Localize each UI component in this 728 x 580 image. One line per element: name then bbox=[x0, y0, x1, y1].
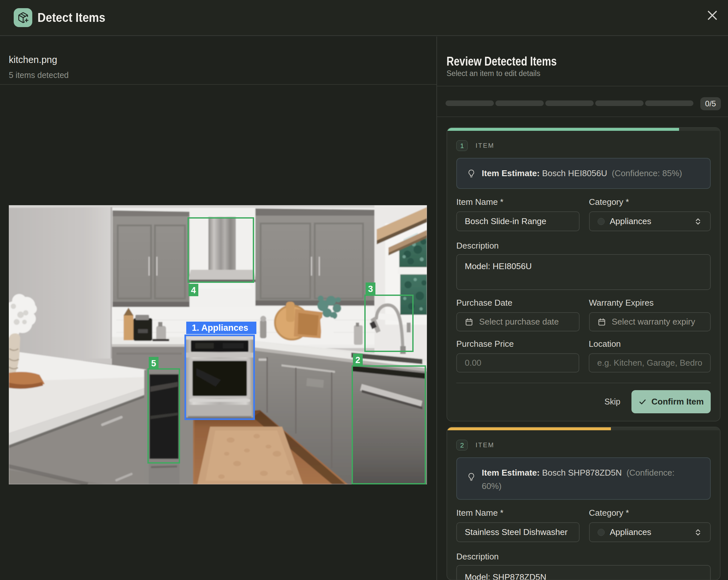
svg-text:1. Appliances: 1. Appliances bbox=[192, 323, 248, 333]
svg-text:5: 5 bbox=[151, 358, 156, 368]
svg-text:3: 3 bbox=[368, 284, 373, 294]
svg-text:4: 4 bbox=[191, 285, 196, 295]
svg-text:2: 2 bbox=[355, 355, 360, 365]
